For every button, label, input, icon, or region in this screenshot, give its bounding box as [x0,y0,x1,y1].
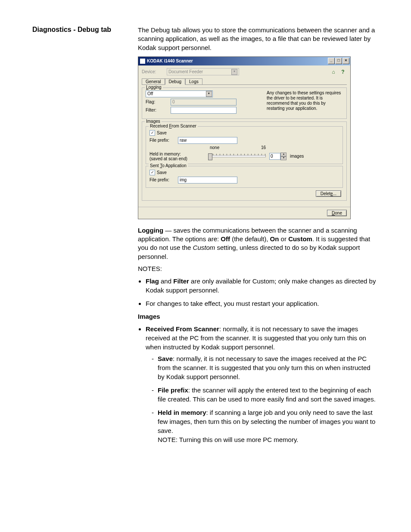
logging-paragraph: Logging — saves the communications betwe… [138,226,379,261]
device-label: Device: [142,69,163,74]
received-subgroup: Received From Scanner ✓ Save File prefix… [146,126,343,164]
done-button[interactable]: Done [327,210,347,216]
received-save-label: Save [157,131,167,135]
device-select[interactable]: Document Feeder ▾ [167,68,239,75]
intro-paragraph: The Debug tab allows you to store the co… [138,26,379,52]
note-item-2: For changes to take effect, you must res… [146,299,379,308]
sent-title: Sent To Application [149,163,188,168]
logging-value: Off [147,91,153,96]
held-spinner[interactable]: 0 ▴ ▾ [269,152,286,160]
received-save-checkbox[interactable]: ✓ Save [149,130,339,136]
checkbox-icon: ✓ [149,170,155,175]
section-heading: Diagnostics - Debug tab [32,26,111,33]
heldinmemory-subitem: Held in memory: if scanning a large job … [152,408,379,444]
filter-input[interactable] [171,107,237,114]
tab-strip: General Debug Logs [142,78,347,85]
slider-max-label: 16 [261,145,266,150]
images-list: Received From Scanner: normally, it is n… [140,324,379,444]
home-icon[interactable]: ⌂ [330,68,337,76]
held-label-1: Held in memory: [149,152,206,156]
notes-label: NOTES: [138,264,379,273]
received-item: Received From Scanner: normally, it is n… [146,324,379,444]
images-group: Images Received From Scanner ✓ Save File… [142,121,347,201]
checkbox-icon: ✓ [149,130,155,136]
logging-group-title: Logging [145,85,163,90]
save-subitem: Save: normally, it is not necessary to s… [152,354,379,381]
maximize-button[interactable]: □ [335,58,342,64]
delete-button[interactable]: Delete... [316,190,341,197]
dialog-window: KODAK i1440 Scanner _ □ × Device: Docume… [138,56,351,219]
logging-note: Any changes to these settings requires t… [267,90,343,115]
filter-label: Filter: [146,108,168,112]
titlebar: KODAK i1440 Scanner _ □ × [138,57,350,65]
sent-subgroup: Sent To Application ✓ Save File prefix: … [146,166,343,188]
note-item-1: Flag and Filter are only available for C… [146,277,379,295]
logging-select[interactable]: Off ▾ [146,90,213,97]
tab-general[interactable]: General [142,78,165,84]
images-heading: Images [138,312,379,321]
received-title: Received From Scanner [149,124,198,128]
help-icon[interactable]: ? [339,68,347,76]
notes-list: Flag and Filter are only available for C… [140,277,379,308]
sent-save-label: Save [157,170,167,175]
dropdown-arrow-icon: ▾ [231,69,237,75]
images-group-title: Images [145,119,162,124]
spinner-down-icon[interactable]: ▾ [280,156,286,160]
device-value: Document Feeder [168,69,203,74]
held-spinner-value[interactable]: 0 [269,153,280,160]
window-title: KODAK i1440 Scanner [147,59,328,63]
minimize-button[interactable]: _ [328,58,335,64]
flag-label: Flag: [146,100,168,104]
app-icon [140,59,145,64]
chevron-down-icon: ▾ [206,91,212,97]
flag-input[interactable]: 0 [171,99,237,106]
tab-debug[interactable]: Debug [165,78,185,85]
received-prefix-label: File prefix: [149,138,175,143]
tab-logs[interactable]: Logs [185,78,202,84]
sent-prefix-label: File prefix: [149,177,175,182]
close-button[interactable]: × [342,58,349,64]
slider-min-label: none [210,145,219,150]
spinner-up-icon[interactable]: ▴ [280,152,286,156]
held-slider[interactable] [209,155,266,157]
slider-thumb-icon[interactable] [208,153,212,160]
held-label-2: (saved at scan end) [149,156,206,161]
sent-save-checkbox[interactable]: ✓ Save [149,170,339,175]
sent-prefix-input[interactable]: img [178,177,237,184]
held-suffix: images [290,154,304,159]
fileprefix-subitem: File prefix: the scanner will apply the … [152,386,379,404]
logging-group: Logging Off ▾ Flag: 0 [142,87,347,119]
received-prefix-input[interactable]: raw [178,137,237,144]
